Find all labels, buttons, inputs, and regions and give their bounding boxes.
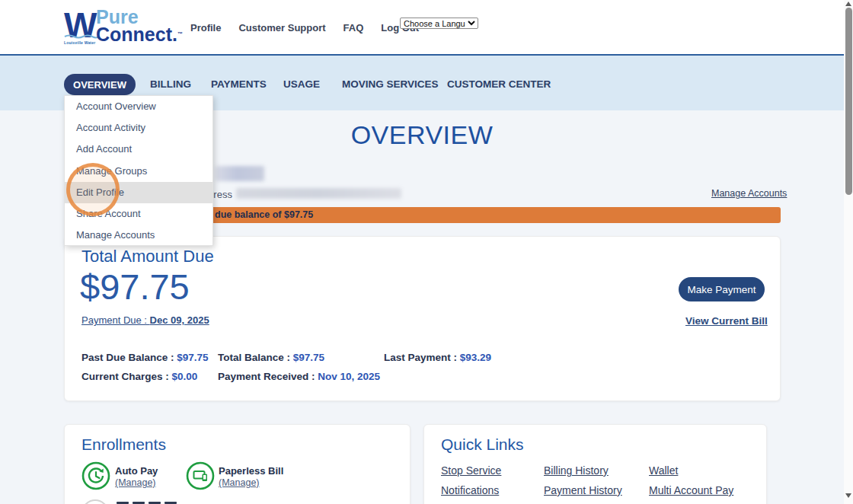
logo-wordmark: Pure Connect.™ xyxy=(96,8,183,45)
menu-item-share-account[interactable]: Share Account xyxy=(65,203,212,225)
partial-enrollment-icon xyxy=(81,499,109,504)
quick-link-stop-service[interactable]: Stop Service xyxy=(441,464,501,477)
paperless-devices-icon xyxy=(186,461,215,490)
menu-item-manage-accounts[interactable]: Manage Accounts xyxy=(65,225,212,246)
quick-link-payment-history[interactable]: Payment History xyxy=(544,484,622,496)
amount-due-value: $97.75 xyxy=(80,266,190,308)
autopay-clock-icon xyxy=(81,461,110,490)
logo-tm: ™ xyxy=(177,31,183,37)
total-amount-due-card: Total Amount Due $97.75 Payment Due : De… xyxy=(64,236,781,401)
scrollbar-thumb[interactable] xyxy=(845,8,852,195)
autopay-manage-link[interactable]: (Manage) xyxy=(115,477,156,488)
stat-total-balance: Total Balance : $97.75 xyxy=(218,352,324,363)
tab-overview[interactable]: OVERVIEW xyxy=(64,74,136,95)
stat-last-payment: Last Payment : $93.29 xyxy=(384,352,491,363)
autopay-label: Auto Pay xyxy=(115,465,158,477)
pureconnect-logo[interactable]: W Louisville Water Pure Connect.™ xyxy=(64,8,183,45)
stat-payment-received: Payment Received : Nov 10, 2025 xyxy=(218,371,380,382)
past-due-alert-text: due balance of $97.75 xyxy=(215,207,313,223)
tab-billing[interactable]: BILLING xyxy=(150,78,191,90)
faq-link[interactable]: FAQ xyxy=(343,22,364,33)
quick-links-card: Quick Links Stop Service Billing History… xyxy=(423,424,767,504)
menu-item-account-overview[interactable]: Account Overview xyxy=(65,96,212,117)
payment-due-date: Dec 09, 2025 xyxy=(150,314,209,326)
logo-connect-text: Connect.™ xyxy=(96,25,183,43)
scrollbar-up-icon[interactable] xyxy=(845,2,851,6)
logo-pure-text: Pure xyxy=(96,8,183,25)
vertical-scrollbar xyxy=(844,0,853,504)
quick-links-title: Quick Links xyxy=(441,435,524,454)
quick-link-billing-history[interactable]: Billing History xyxy=(544,464,609,477)
amount-card-title: Total Amount Due xyxy=(81,247,214,266)
quick-link-wallet[interactable]: Wallet xyxy=(649,464,678,477)
pureconnect-portal: W Louisville Water Pure Connect.™ Profil… xyxy=(0,0,853,504)
menu-item-edit-profile[interactable]: Edit Profile xyxy=(65,182,212,203)
quick-link-multi-account-pay[interactable]: Multi Account Pay xyxy=(649,484,733,496)
menu-item-manage-groups[interactable]: Manage Groups xyxy=(65,161,212,182)
redacted-account-name xyxy=(216,166,264,181)
menu-item-add-account[interactable]: Add Account xyxy=(65,139,212,160)
logo-w-mark: W Louisville Water xyxy=(64,8,99,45)
tab-customer-center[interactable]: CUSTOMER CENTER xyxy=(447,78,551,90)
view-current-bill-link[interactable]: View Current Bill xyxy=(685,315,768,327)
profile-link[interactable]: Profile xyxy=(190,22,221,33)
manage-accounts-link[interactable]: Manage Accounts xyxy=(711,188,787,199)
paperless-bill-label: Paperless Bill xyxy=(219,465,283,477)
language-select[interactable]: Choose a Language xyxy=(400,18,478,29)
menu-item-account-activity[interactable]: Account Activity xyxy=(65,117,212,139)
redacted-service-address xyxy=(236,188,401,199)
scrollbar-down-icon[interactable] xyxy=(845,493,851,498)
tab-moving-services[interactable]: MOVING SERVICES xyxy=(342,78,439,90)
payment-due-link[interactable]: Payment Due : Dec 09, 2025 xyxy=(81,314,209,326)
logo-tagline: Louisville Water xyxy=(64,40,99,45)
tab-usage[interactable]: USAGE xyxy=(283,78,320,90)
customer-support-link[interactable]: Customer Support xyxy=(238,22,325,33)
tab-payments[interactable]: PAYMENTS xyxy=(211,78,267,90)
stat-current-charges: Current Charges : $0.00 xyxy=(81,371,197,382)
paperless-bill-manage-link[interactable]: (Manage) xyxy=(219,477,260,488)
enrollments-card: Enrollments Auto Pay (Manage) Paperless … xyxy=(64,424,411,504)
enrollments-title: Enrollments xyxy=(81,435,166,454)
overview-dropdown-menu: Account Overview Account Activity Add Ac… xyxy=(64,95,213,246)
make-payment-button[interactable]: Make Payment xyxy=(679,277,765,301)
quick-link-notifications[interactable]: Notifications xyxy=(441,484,499,496)
payment-due-label: Payment Due : xyxy=(81,314,150,326)
top-header: W Louisville Water Pure Connect.™ Profil… xyxy=(0,0,844,54)
header-links: Profile Customer Support FAQ Log Out xyxy=(190,22,419,33)
logo-w-letter: W xyxy=(64,5,95,45)
stat-past-due-balance: Past Due Balance : $97.75 xyxy=(81,352,209,363)
